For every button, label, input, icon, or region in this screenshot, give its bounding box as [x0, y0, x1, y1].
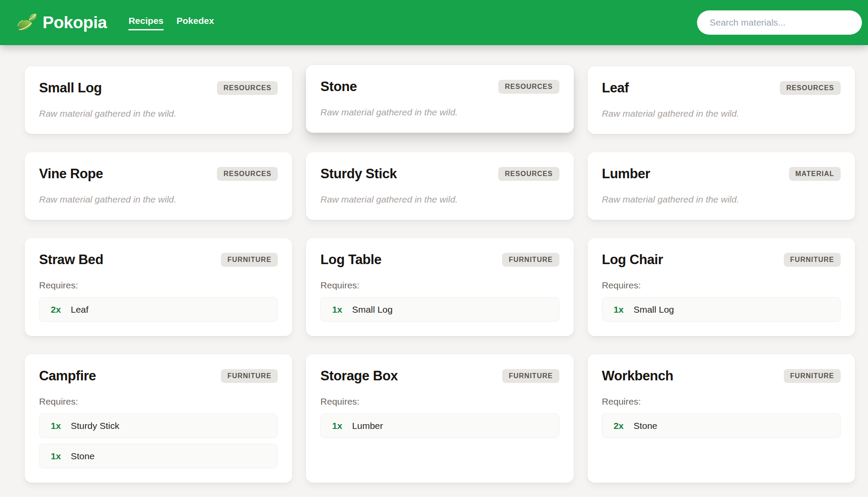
- card-title: Lumber: [602, 166, 650, 182]
- app-header: Pokopia Recipes Pokedex: [0, 0, 868, 45]
- requires-label: Requires:: [602, 396, 841, 408]
- ingredient-row: 1x Lumber: [320, 413, 559, 438]
- card-description: Raw material gathered in the wild.: [39, 108, 278, 120]
- recipe-card[interactable]: Storage Box FURNITURE Requires: 1x Lumbe…: [306, 354, 573, 483]
- card-description: Raw material gathered in the wild.: [39, 193, 278, 206]
- ingredient-name: Small Log: [634, 303, 674, 316]
- card-title: Sturdy Stick: [320, 166, 397, 182]
- card-header: Leaf RESOURCES: [602, 80, 841, 96]
- card-header: Storage Box FURNITURE: [320, 368, 559, 384]
- card-description: Raw material gathered in the wild.: [602, 108, 841, 120]
- card-description: Raw material gathered in the wild.: [320, 106, 559, 118]
- category-badge: FURNITURE: [784, 253, 841, 267]
- card-header: Sturdy Stick RESOURCES: [320, 166, 559, 182]
- ingredient-quantity: 1x: [614, 303, 634, 316]
- card-description: Raw material gathered in the wild.: [320, 193, 559, 206]
- recipe-card[interactable]: Campfire FURNITURE Requires: 1x Sturdy S…: [25, 354, 292, 483]
- search-input[interactable]: [697, 10, 862, 35]
- recipe-card[interactable]: Log Chair FURNITURE Requires: 1x Small L…: [588, 238, 855, 336]
- card-title: Storage Box: [320, 368, 398, 384]
- card-title: Log Table: [320, 252, 381, 268]
- requires-label: Requires:: [39, 279, 278, 291]
- ingredient-name: Stone: [634, 419, 658, 432]
- recipe-card[interactable]: Straw Bed FURNITURE Requires: 2x Leaf: [25, 238, 292, 336]
- ingredient-name: Stone: [71, 450, 95, 462]
- category-badge: RESOURCES: [498, 167, 559, 181]
- card-header: Vine Rope RESOURCES: [39, 166, 278, 182]
- card-title: Stone: [320, 78, 357, 95]
- nav-link-recipes[interactable]: Recipes: [128, 16, 164, 30]
- card-title: Vine Rope: [39, 166, 103, 182]
- ingredient-quantity: 2x: [51, 303, 71, 316]
- ingredient-row: 1x Stone: [39, 444, 278, 468]
- recipe-card[interactable]: Lumber MATERIAL Raw material gathered in…: [588, 152, 855, 220]
- recipe-card[interactable]: Workbench FURNITURE Requires: 2x Stone: [588, 354, 855, 483]
- recipe-card[interactable]: Vine Rope RESOURCES Raw material gathere…: [25, 152, 292, 220]
- card-title: Campfire: [39, 368, 96, 384]
- recipe-card[interactable]: Leaf RESOURCES Raw material gathered in …: [588, 66, 855, 134]
- recipe-card[interactable]: Sturdy Stick RESOURCES Raw material gath…: [306, 152, 573, 220]
- card-description: Raw material gathered in the wild.: [602, 193, 841, 206]
- requires-label: Requires:: [320, 279, 559, 291]
- ingredient-name: Small Log: [352, 303, 392, 316]
- category-badge: FURNITURE: [221, 369, 278, 383]
- card-header: Stone RESOURCES: [320, 78, 559, 95]
- category-badge: FURNITURE: [221, 253, 278, 267]
- card-title: Straw Bed: [39, 252, 103, 268]
- ingredient-name: Leaf: [71, 303, 89, 316]
- ingredient-row: 1x Sturdy Stick: [39, 413, 278, 438]
- leaf-icon: [16, 12, 38, 33]
- ingredient-quantity: 1x: [51, 450, 71, 462]
- ingredient-row: 1x Small Log: [602, 297, 841, 322]
- category-badge: RESOURCES: [217, 81, 278, 95]
- card-header: Campfire FURNITURE: [39, 368, 278, 384]
- card-header: Log Chair FURNITURE: [602, 252, 841, 268]
- recipe-card[interactable]: Log Table FURNITURE Requires: 1x Small L…: [306, 238, 573, 336]
- brand[interactable]: Pokopia: [16, 12, 107, 33]
- requires-label: Requires:: [602, 279, 841, 291]
- ingredient-row: 2x Leaf: [39, 297, 278, 322]
- card-header: Workbench FURNITURE: [602, 368, 841, 384]
- brand-name: Pokopia: [43, 13, 107, 32]
- category-badge: FURNITURE: [502, 253, 559, 267]
- nav-link-pokedex[interactable]: Pokedex: [177, 16, 214, 30]
- category-badge: RESOURCES: [498, 80, 559, 94]
- requires-label: Requires:: [39, 396, 278, 408]
- card-title: Workbench: [602, 368, 674, 384]
- card-header: Log Table FURNITURE: [320, 252, 559, 268]
- category-badge: RESOURCES: [780, 81, 841, 95]
- category-badge: MATERIAL: [789, 167, 841, 181]
- main-nav: Recipes Pokedex: [128, 16, 214, 30]
- requires-label: Requires:: [320, 396, 559, 408]
- ingredient-row: 2x Stone: [602, 413, 841, 438]
- recipe-card[interactable]: Stone RESOURCES Raw material gathered in…: [306, 65, 573, 133]
- card-header: Straw Bed FURNITURE: [39, 252, 278, 268]
- card-title: Log Chair: [602, 252, 663, 268]
- card-header: Small Log RESOURCES: [39, 80, 278, 96]
- ingredient-name: Sturdy Stick: [71, 419, 119, 432]
- card-header: Lumber MATERIAL: [602, 166, 841, 182]
- category-badge: FURNITURE: [784, 369, 841, 383]
- ingredient-quantity: 1x: [51, 419, 71, 432]
- card-title: Leaf: [602, 80, 629, 96]
- category-badge: RESOURCES: [217, 167, 278, 181]
- ingredient-quantity: 1x: [332, 303, 352, 316]
- ingredient-row: 1x Small Log: [320, 297, 559, 322]
- ingredient-quantity: 1x: [332, 419, 352, 432]
- recipe-card[interactable]: Small Log RESOURCES Raw material gathere…: [25, 66, 292, 134]
- card-title: Small Log: [39, 80, 102, 96]
- recipe-grid: Small Log RESOURCES Raw material gathere…: [25, 66, 855, 483]
- category-badge: FURNITURE: [502, 369, 559, 383]
- ingredient-name: Lumber: [352, 419, 383, 432]
- ingredient-quantity: 2x: [614, 419, 634, 432]
